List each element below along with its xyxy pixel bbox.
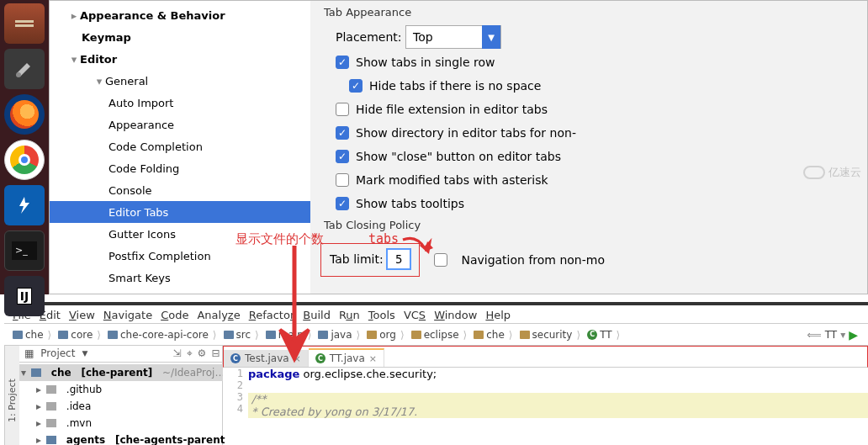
intellij-launcher-icon[interactable]: IJ bbox=[4, 276, 45, 316]
nav-gutter-icons[interactable]: Gutter Icons bbox=[108, 228, 176, 241]
settings-dialog: ▸Appearance & Behavior Keymap ▾Editor ▾G… bbox=[49, 0, 868, 294]
crumb-che: che bbox=[9, 329, 55, 341]
menu-view[interactable]: View bbox=[69, 309, 95, 321]
cb-hide-ext[interactable] bbox=[336, 103, 349, 116]
nav-editor-tabs[interactable]: Editor Tabs bbox=[108, 206, 168, 219]
close-icon[interactable]: × bbox=[369, 353, 377, 364]
settings-gear-icon[interactable]: ⚙ bbox=[198, 347, 207, 359]
crumb-security: security bbox=[516, 329, 585, 341]
svg-point-2 bbox=[16, 72, 21, 77]
menu-analyze[interactable]: Analyze bbox=[197, 309, 240, 321]
run-config-label[interactable]: TT bbox=[825, 329, 837, 341]
run-back-icon[interactable]: ⟸ bbox=[807, 329, 822, 341]
annotation-arrow-curve bbox=[400, 236, 442, 262]
project-toolbar: ▦Project▼ ⇲ ⌖ ⚙ ⊟ bbox=[19, 346, 225, 363]
cb-show-close[interactable] bbox=[336, 150, 349, 163]
nav-auto-import[interactable]: Auto Import bbox=[108, 97, 173, 109]
menu-window[interactable]: Window bbox=[434, 309, 477, 321]
nav-code-folding[interactable]: Code Folding bbox=[108, 162, 179, 175]
tab-limit-label: Tab limit: bbox=[330, 252, 384, 266]
menu-vcs[interactable]: VCS bbox=[404, 309, 426, 321]
target-icon[interactable]: ⌖ bbox=[187, 347, 193, 359]
placement-label: Placement: bbox=[336, 30, 402, 44]
chevron-down-icon: ▼ bbox=[482, 25, 500, 49]
nav-postfix[interactable]: Postfix Completion bbox=[108, 250, 211, 262]
chrome-launcher-icon[interactable] bbox=[4, 140, 45, 180]
settings-content: Tab Appearance Placement: Top ▼ Show tab… bbox=[310, 1, 867, 294]
gutter: 1234 bbox=[223, 368, 248, 418]
terminal-launcher-icon[interactable]: >_ bbox=[4, 230, 45, 271]
crumb-class: CTT bbox=[584, 329, 623, 341]
app-launcher-icon[interactable] bbox=[4, 185, 45, 225]
files-launcher-icon[interactable] bbox=[4, 3, 45, 44]
ide-window: File Edit View Navigate Code Analyze Ref… bbox=[4, 302, 868, 445]
nav-general[interactable]: General bbox=[105, 75, 148, 87]
crumb-api-core: che-core-api-core bbox=[104, 329, 220, 341]
nav-code-completion[interactable]: Code Completion bbox=[108, 140, 203, 153]
nav-appearance-item[interactable]: Appearance bbox=[108, 119, 174, 131]
svg-rect-1 bbox=[15, 24, 34, 27]
crumb-che2: che bbox=[470, 329, 516, 341]
menu-help[interactable]: Help bbox=[485, 309, 511, 321]
project-toolwindow-tab[interactable]: 1: Project bbox=[4, 346, 19, 445]
annotation-text-2: tabs bbox=[368, 231, 399, 246]
menu-code[interactable]: Code bbox=[161, 309, 188, 321]
nav-keymap[interactable]: Keymap bbox=[82, 31, 131, 44]
nav-appearance-behavior[interactable]: Appearance & Behavior bbox=[80, 9, 225, 22]
cb-single-row[interactable] bbox=[336, 56, 349, 69]
run-button-icon[interactable]: ▶ bbox=[849, 328, 858, 342]
settings-tree[interactable]: ▸Appearance & Behavior Keymap ▾Editor ▾G… bbox=[50, 1, 310, 294]
crumb-java: java bbox=[315, 329, 363, 341]
placement-select[interactable]: Top ▼ bbox=[405, 25, 501, 49]
ide-menubar[interactable]: File Edit View Navigate Code Analyze Ref… bbox=[4, 307, 868, 324]
crumb-eclipse: eclipse bbox=[408, 329, 471, 341]
crumb-core: core bbox=[55, 329, 104, 341]
hide-icon[interactable]: ⊟ bbox=[211, 347, 220, 359]
cb-mark-mod[interactable] bbox=[336, 173, 349, 187]
crumb-org: org bbox=[363, 329, 407, 341]
menu-run[interactable]: Run bbox=[339, 309, 360, 321]
tab-tt-java[interactable]: CTT.java× bbox=[309, 348, 384, 367]
crumb-src: src bbox=[220, 329, 262, 341]
collapse-icon[interactable]: ⇲ bbox=[173, 347, 182, 359]
editor-tabs-highlight: CTest.java× CTT.java× bbox=[223, 346, 868, 368]
nav-colors-fonts[interactable]: Colors & Fonts bbox=[105, 294, 195, 294]
tab-closing-title: Tab Closing Policy bbox=[324, 219, 857, 231]
cb-hide-no-space[interactable] bbox=[349, 79, 363, 93]
svg-text:>_: >_ bbox=[15, 245, 28, 256]
annotation-arrow-down bbox=[273, 246, 315, 363]
menu-tools[interactable]: Tools bbox=[368, 309, 395, 321]
cb-tooltips[interactable] bbox=[336, 197, 349, 210]
tab-appearance-title: Tab Appearance bbox=[324, 6, 857, 19]
nav-smart-keys[interactable]: Smart Keys bbox=[108, 272, 171, 284]
nav-console[interactable]: Console bbox=[108, 184, 152, 197]
firefox-launcher-icon[interactable] bbox=[4, 94, 45, 135]
svg-rect-0 bbox=[15, 20, 34, 23]
breadcrumb[interactable]: che core che-core-api-core src main java… bbox=[4, 324, 868, 346]
menu-navigate[interactable]: Navigate bbox=[103, 309, 152, 321]
editor-area[interactable]: 1234 package org.eclipse.che.security; /… bbox=[223, 368, 868, 418]
project-tree[interactable]: ▾ che [che-parent] ~/IdeaProj… ▸ .github… bbox=[19, 363, 225, 445]
project-view-selector[interactable]: Project bbox=[40, 347, 75, 359]
ubuntu-launcher: >_ IJ bbox=[0, 0, 49, 294]
cb-show-dir[interactable] bbox=[336, 126, 349, 140]
nav-editor[interactable]: Editor bbox=[80, 53, 117, 66]
settings-launcher-icon[interactable] bbox=[4, 49, 45, 89]
